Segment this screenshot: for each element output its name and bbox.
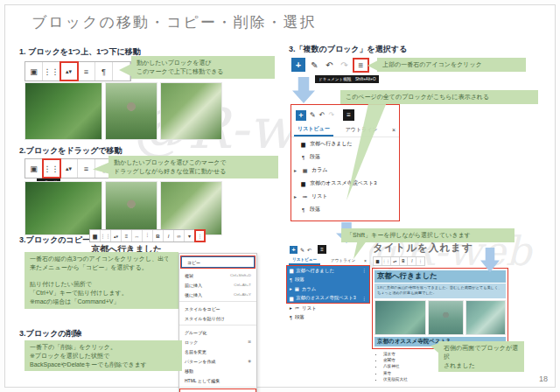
menu-item-lock[interactable]: ロック ⊠ [179, 337, 256, 346]
inserter-plus-button[interactable]: + [291, 58, 305, 72]
pin-icon: ⋮ [362, 268, 367, 273]
block-mover-icon[interactable]: ▴▾ [111, 230, 122, 242]
menu-item-label: グループ化 [185, 330, 206, 335]
list-item-paragraph1[interactable]: ¶ 段落 [291, 150, 399, 164]
menu-item-duplicate[interactable]: 複製 Ctrl+Shift+D [179, 270, 256, 280]
path-photo-selected[interactable] [466, 300, 506, 335]
heading-block-icon[interactable]: ▆ [90, 230, 101, 242]
mini-block-toolbar: ▆ ⋮⋮ ▴▾ B I ⋮ [373, 256, 425, 266]
list-view-icon-active[interactable]: ≡ [318, 245, 326, 254]
list-item-paragraph1-selected[interactable]: ¶ 段落 [287, 276, 369, 285]
paragraph-icon: ¶ [300, 155, 306, 160]
drag-handle-icon[interactable]: ⋮⋮ [43, 159, 60, 178]
options-kebab-icon[interactable]: ⋮ [195, 230, 205, 242]
undo-icon[interactable]: ↶ [307, 247, 312, 253]
heading-block-icon: ▆ [290, 268, 293, 273]
pencil-icon[interactable]: ✎ [309, 60, 320, 70]
caret-icon: ▸ [294, 193, 298, 200]
inserter-plus-button[interactable]: + [296, 110, 306, 121]
menu-divider [179, 387, 256, 388]
columns-icon: ▦ [302, 167, 308, 173]
menu-item-label: HTML として編集 [185, 378, 220, 383]
list-item-label: 段落 [310, 153, 320, 161]
list-item-heading1[interactable]: ▆ 京都へ行きました [291, 137, 399, 150]
list-item-list[interactable]: ▸ ≔ リスト [291, 190, 399, 203]
menu-item-group[interactable]: グループ化 [179, 327, 256, 337]
menu-item-paste-styles[interactable]: スタイルを貼り付け [179, 313, 256, 323]
list-item-paragraph2[interactable]: ¶ 段落 [287, 313, 369, 323]
editor-heading1[interactable]: 京都へ行きました [374, 270, 506, 283]
menu-item-label: ロック [185, 340, 198, 345]
caption-icon[interactable]: ¶ [95, 62, 113, 80]
list-view-panel-selected: + ✎ ↶ ≡ リストビュー アウトライン × ▆ 京都へ行きました ⋮ ¶ 段… [287, 243, 369, 322]
menu-item-insert-after[interactable]: 後に挿入 Ctrl+Alt+Y [179, 290, 256, 299]
editor-gallery[interactable] [374, 300, 506, 335]
indent-icon[interactable]: ⫶ [143, 230, 153, 242]
list-view-icon-active[interactable]: ≡ [343, 109, 354, 121]
redo-icon[interactable]: ↷ [339, 60, 350, 70]
list-block-icon: ≔ [302, 193, 308, 200]
block-mover-icon[interactable]: ▴▾ [60, 159, 78, 178]
width-icon[interactable]: ↔ [132, 230, 143, 242]
italic-icon[interactable]: I [408, 257, 416, 265]
list-item-columns-selected[interactable]: ▸ ▦ カラム [287, 284, 369, 294]
menu-shortcut: Ctrl+Shift+D [230, 273, 251, 277]
statue-photo [105, 82, 158, 140]
align-icon[interactable]: ≡ [122, 230, 132, 242]
menu-item-label: パターンを作成 [185, 359, 215, 364]
menu-item-insert-before[interactable]: 前に挿入 Ctrl+Alt+T [179, 280, 256, 290]
statue-photo-selected[interactable] [428, 300, 464, 335]
block-mover-icon[interactable]: ▴▾ [60, 62, 78, 80]
paragraph-icon: ¶ [290, 315, 292, 320]
menu-item-create-pattern[interactable]: パターンを作成 ◉ [179, 356, 256, 366]
pencil-icon[interactable]: ✎ [310, 111, 316, 119]
close-icon[interactable]: × [392, 127, 396, 133]
kebab-icon[interactable]: ⋮ [416, 257, 424, 265]
menu-item-copy[interactable]: コピー [181, 256, 255, 268]
list-item-columns[interactable]: ▸ ▦ カラム [291, 164, 399, 177]
temple-list-item[interactable]: 伏見稲荷大社 [383, 376, 508, 382]
menu-item-copy-styles[interactable]: スタイルをコピー [179, 304, 256, 313]
editor-top-toolbar: + ✎ ↶ ↷ ≡ [291, 58, 368, 72]
menu-item-edit-html[interactable]: HTML として編集 [179, 375, 256, 385]
list-item-heading2[interactable]: ▆ 京都のオススメ寺院ベスト3 [291, 177, 399, 190]
heading-block-icon[interactable]: ▆ [374, 257, 382, 265]
bold-icon[interactable]: B [153, 230, 164, 242]
block-mover-icon[interactable]: ▴▾ [391, 257, 400, 265]
list-view-icon[interactable]: ≡ [354, 59, 368, 72]
list-item-list[interactable]: ▸ ≔ リスト [287, 304, 369, 313]
forest-photo-selected[interactable] [374, 300, 426, 335]
tab-list-view[interactable]: リストビュー [289, 256, 320, 265]
close-icon[interactable]: × [364, 258, 367, 263]
tab-list-view[interactable]: リストビュー [294, 123, 333, 136]
inserter-plus-button[interactable]: + [290, 246, 298, 254]
drag-handle-icon[interactable]: ⋮⋮ [43, 62, 60, 80]
menu-item-label: 前に挿入 [185, 283, 202, 288]
menu-item-rename[interactable]: 名前を変更 [179, 346, 256, 356]
gallery-block-icon[interactable]: ▣ [25, 159, 43, 178]
align-icon[interactable]: ≡ [78, 159, 95, 178]
bold-icon[interactable]: B [400, 257, 409, 265]
undo-icon[interactable]: ↶ [319, 111, 326, 119]
callout-delete: 一番下の「削除」をクリック。 ※ブロックを選択した状態で BackSpaceやD… [24, 340, 182, 371]
italic-icon[interactable]: I [164, 230, 174, 242]
link-icon[interactable]: ∞ [174, 230, 185, 242]
editor-paragraph[interactable]: 1月に京都の嵐山の寺院を巡ってきました。苔むした庭園がとても美しく、ちょっと遅め… [374, 284, 506, 298]
eye-icon: ◉ [248, 359, 251, 363]
drag-handle-icon[interactable]: ⋮⋮ [101, 230, 111, 242]
pencil-icon[interactable]: ✎ [300, 247, 304, 253]
list-item-heading2-selected[interactable]: ▆ 京都のオススメ寺院ベスト3 ⋮ [287, 294, 369, 304]
list-item-heading1-selected[interactable]: ▆ 京都へ行きました ⋮ [287, 266, 369, 276]
align-icon[interactable]: ≡ [78, 62, 95, 80]
menu-shortcut: Ctrl+Alt+Y [234, 292, 251, 297]
list-view-panel: + ✎ ↶ ↷ ≡ リストビュー アウトライン × ▆ 京都へ行きました ¶ 段… [291, 105, 399, 220]
undo-icon[interactable]: ↶ [324, 60, 335, 70]
drag-handle-icon[interactable]: ⋮⋮ [382, 257, 391, 265]
list-item-label: 京都のオススメ寺院ベスト3 [296, 295, 356, 301]
chevron-down-icon[interactable]: ▾ [185, 230, 195, 242]
menu-item-move[interactable]: 移動 [179, 366, 256, 375]
gallery-block-icon[interactable]: ▣ [25, 62, 43, 80]
list-item-paragraph2[interactable]: ¶ 段落 [291, 203, 399, 216]
redo-icon[interactable]: ↷ [328, 111, 334, 119]
caret-icon: ▸ [294, 167, 298, 173]
